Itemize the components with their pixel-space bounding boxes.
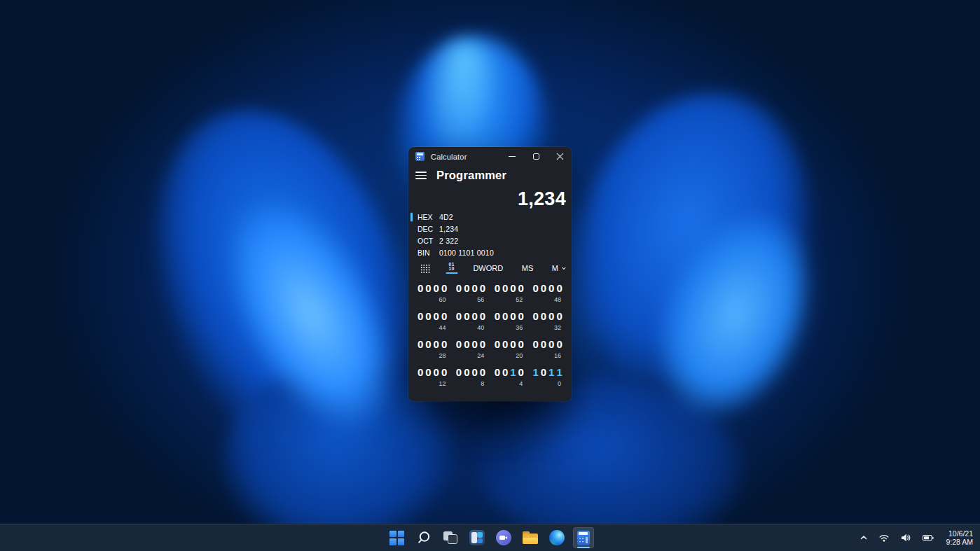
bit-group[interactable]: 000036 [495, 309, 527, 331]
bit-digit[interactable]: 0 [495, 365, 500, 379]
bit-digit[interactable]: 0 [425, 309, 431, 323]
hamburger-menu-button[interactable] [415, 170, 427, 181]
calculator-titlebar[interactable]: Calculator [408, 147, 572, 166]
hidden-icons-button[interactable] [857, 531, 870, 544]
search-button[interactable] [413, 527, 434, 548]
memory-flyout-button[interactable]: M [552, 264, 563, 272]
bit-digit[interactable]: 0 [480, 309, 485, 323]
minimize-button[interactable] [500, 147, 524, 166]
bit-digit[interactable]: 0 [541, 365, 546, 379]
battery-button[interactable] [920, 530, 937, 545]
radix-row-dec[interactable]: DEC 1,234 [408, 223, 572, 235]
volume-button[interactable] [898, 530, 913, 545]
bit-digit[interactable]: 0 [464, 309, 469, 323]
bit-digit[interactable]: 0 [434, 337, 439, 351]
bit-digit[interactable]: 0 [425, 281, 431, 295]
bit-digit[interactable]: 0 [417, 337, 423, 351]
bit-digit[interactable]: 0 [502, 365, 508, 379]
file-explorer-button[interactable] [520, 527, 541, 548]
bit-digit[interactable]: 0 [510, 281, 516, 295]
bit-group[interactable]: 000028 [417, 337, 450, 359]
bit-digit[interactable]: 0 [556, 309, 562, 323]
wifi-button[interactable] [876, 530, 892, 545]
bit-digit[interactable]: 0 [495, 337, 500, 351]
bit-digit[interactable]: 1 [548, 365, 554, 379]
full-keypad-icon[interactable] [420, 264, 430, 273]
bit-digit[interactable]: 0 [548, 281, 554, 295]
bit-digit[interactable]: 0 [518, 309, 524, 323]
bit-digit[interactable]: 0 [548, 309, 554, 323]
bit-digit[interactable]: 0 [495, 281, 500, 295]
bit-group[interactable]: 00104 [495, 365, 527, 387]
bit-digit[interactable]: 0 [532, 281, 538, 295]
bit-digit[interactable]: 0 [502, 309, 508, 323]
taskbar-clock[interactable]: 10/6/21 9:28 AM [943, 529, 973, 547]
bit-digit[interactable]: 0 [456, 365, 462, 379]
bit-digit[interactable]: 0 [518, 337, 524, 351]
bit-digit[interactable]: 0 [417, 281, 423, 295]
bit-digit[interactable]: 0 [441, 281, 447, 295]
bit-group[interactable]: 000012 [417, 365, 450, 387]
bit-digit[interactable]: 0 [471, 281, 477, 295]
bit-group[interactable]: 000044 [417, 309, 450, 331]
radix-row-hex[interactable]: HEX 4D2 [408, 211, 572, 223]
bit-digit[interactable]: 0 [510, 337, 516, 351]
chat-button[interactable] [493, 527, 514, 548]
bit-toggling-keypad-icon[interactable]: 01 10 [449, 263, 455, 274]
bit-digit[interactable]: 0 [456, 337, 462, 351]
radix-row-oct[interactable]: OCT 2 322 [408, 235, 572, 247]
bit-digit[interactable]: 0 [541, 309, 546, 323]
bit-digit[interactable]: 0 [502, 337, 508, 351]
bit-digit[interactable]: 0 [471, 309, 477, 323]
bit-digit[interactable]: 0 [518, 365, 524, 379]
bit-digit[interactable]: 0 [518, 281, 524, 295]
bit-group[interactable]: 000032 [532, 309, 565, 331]
bit-digit[interactable]: 0 [434, 309, 439, 323]
bit-digit[interactable]: 0 [541, 281, 546, 295]
bit-group[interactable]: 10110 [532, 365, 565, 387]
bit-group[interactable]: 000052 [495, 281, 527, 303]
bit-digit[interactable]: 0 [456, 281, 462, 295]
bit-digit[interactable]: 1 [510, 365, 516, 379]
memory-store-button[interactable]: MS [522, 264, 534, 272]
bit-digit[interactable]: 0 [556, 281, 562, 295]
bit-digit[interactable]: 0 [456, 309, 462, 323]
bit-group[interactable]: 000016 [532, 337, 565, 359]
bit-digit[interactable]: 0 [464, 281, 469, 295]
bit-group[interactable]: 000048 [532, 281, 565, 303]
bit-digit[interactable]: 0 [532, 309, 538, 323]
bit-group[interactable]: 000040 [456, 309, 488, 331]
start-button[interactable] [387, 527, 408, 548]
bit-digit[interactable]: 0 [417, 309, 423, 323]
bit-digit[interactable]: 0 [495, 309, 500, 323]
bit-digit[interactable]: 0 [480, 337, 485, 351]
bit-group[interactable]: 000056 [456, 281, 488, 303]
bit-digit[interactable]: 0 [548, 337, 554, 351]
bit-digit[interactable]: 0 [434, 281, 439, 295]
calculator-taskbar-button[interactable] [573, 527, 594, 548]
bit-group[interactable]: 00008 [456, 365, 488, 387]
bit-digit[interactable]: 0 [441, 365, 447, 379]
bit-digit[interactable]: 0 [425, 365, 431, 379]
bit-digit[interactable]: 0 [464, 337, 469, 351]
bit-group[interactable]: 000020 [495, 337, 527, 359]
edge-button[interactable] [546, 527, 567, 548]
bit-digit[interactable]: 1 [556, 365, 562, 379]
bit-digit[interactable]: 0 [441, 337, 447, 351]
bit-digit[interactable]: 0 [556, 337, 562, 351]
bit-digit[interactable]: 0 [417, 365, 423, 379]
bit-digit[interactable]: 0 [471, 337, 477, 351]
radix-row-bin[interactable]: BIN 0100 1101 0010 [408, 246, 572, 258]
bit-digit[interactable]: 0 [532, 337, 538, 351]
bit-digit[interactable]: 0 [480, 365, 485, 379]
task-view-button[interactable] [440, 527, 461, 548]
maximize-button[interactable] [524, 147, 548, 166]
word-size-button[interactable]: DWORD [473, 264, 503, 272]
bit-digit[interactable]: 0 [464, 365, 469, 379]
close-button[interactable] [548, 147, 572, 166]
bit-group[interactable]: 000060 [417, 281, 450, 303]
bit-digit[interactable]: 0 [471, 365, 477, 379]
bit-digit[interactable]: 0 [510, 309, 516, 323]
bit-digit[interactable]: 0 [425, 337, 431, 351]
bit-digit[interactable]: 0 [541, 337, 546, 351]
